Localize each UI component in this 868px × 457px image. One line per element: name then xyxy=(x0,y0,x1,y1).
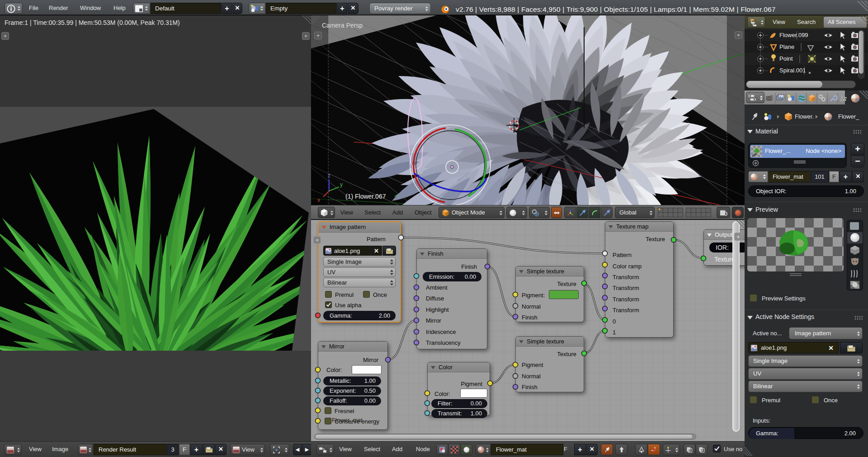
svg-text:z: z xyxy=(328,172,330,179)
svg-text:x: x xyxy=(317,197,320,203)
svg-text:y: y xyxy=(340,181,343,188)
